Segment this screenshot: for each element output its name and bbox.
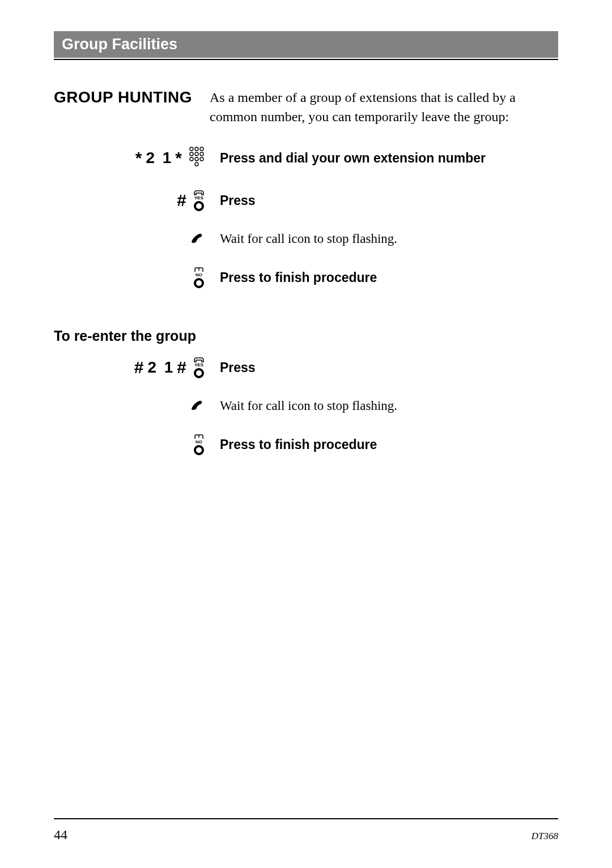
step-row: # 2 1 # YES Press (54, 357, 558, 378)
step-row: NO Press to finish procedure (54, 267, 558, 288)
yes-button-icon: YES (193, 190, 205, 211)
dial-sequence: # 2 1 # (134, 358, 188, 377)
step-row: * 2 1 * Press and dial your own extensio… (54, 146, 558, 170)
hash-key: # (134, 358, 146, 377)
step-icons: NO (54, 267, 210, 288)
page-number: 44 (54, 827, 67, 843)
svg-point-0 (190, 147, 193, 151)
svg-point-9 (195, 163, 198, 166)
star-key: * (175, 148, 184, 168)
step-icons: # YES (54, 190, 210, 211)
step-icons (54, 230, 210, 247)
yes-label: YES (194, 363, 203, 367)
no-label: NO (196, 273, 202, 277)
hash-key: # (177, 191, 188, 210)
step-row: Wait for call icon to stop flashing. (54, 397, 558, 414)
subsection-title: To re-enter the group (54, 328, 558, 344)
step-icons: * 2 1 * (54, 146, 210, 170)
svg-point-6 (190, 157, 193, 161)
yes-button-icon: YES (193, 357, 205, 378)
header-divider (54, 59, 558, 60)
button-ring-icon (194, 278, 204, 288)
svg-point-1 (195, 147, 198, 151)
dial-code: 2 1 (146, 149, 173, 167)
section-intro: As a member of a group of extensions tha… (210, 88, 558, 126)
hash-key: # (177, 358, 188, 377)
svg-point-7 (195, 157, 198, 161)
step-icons (54, 397, 210, 414)
step-row: NO Press to finish procedure (54, 434, 558, 455)
dial-code: 2 1 (147, 358, 175, 377)
keypad-icon (188, 146, 205, 170)
step-row: Wait for call icon to stop flashing. (54, 230, 558, 247)
dial-sequence: * 2 1 * (135, 148, 184, 168)
intro-row: GROUP HUNTING As a member of a group of … (54, 88, 558, 126)
step-row: # YES Press (54, 190, 558, 211)
handset-icon (188, 230, 205, 247)
step-instruction: Wait for call icon to stop flashing. (210, 232, 558, 246)
no-label: NO (196, 440, 202, 444)
button-ring-icon (194, 445, 204, 455)
step-instruction: Press to finish procedure (210, 437, 558, 452)
step-instruction: Press (210, 193, 558, 208)
svg-point-2 (200, 147, 203, 151)
svg-point-8 (200, 157, 203, 161)
no-button-icon: NO (193, 434, 205, 455)
section-title: GROUP HUNTING (54, 88, 210, 126)
step-instruction: Press and dial your own extension number (210, 151, 558, 166)
button-ring-icon (194, 368, 204, 378)
handset-icon (188, 397, 205, 414)
yes-label: YES (194, 196, 203, 200)
button-ring-icon (194, 201, 204, 211)
step-instruction: Press (210, 360, 558, 375)
svg-point-3 (190, 152, 193, 156)
step-icons: # 2 1 # YES (54, 357, 210, 378)
page-footer: 44 DT368 (54, 818, 558, 843)
footer-divider (54, 818, 558, 819)
document-id: DT368 (532, 831, 558, 842)
step-icons: NO (54, 434, 210, 455)
svg-point-5 (200, 152, 203, 156)
svg-point-4 (195, 152, 198, 156)
no-button-icon: NO (193, 267, 205, 288)
step-instruction: Press to finish procedure (210, 270, 558, 285)
star-key: * (135, 148, 144, 168)
footer-row: 44 DT368 (54, 827, 558, 843)
step-instruction: Wait for call icon to stop flashing. (210, 399, 558, 413)
page-header: Group Facilities (54, 31, 558, 58)
